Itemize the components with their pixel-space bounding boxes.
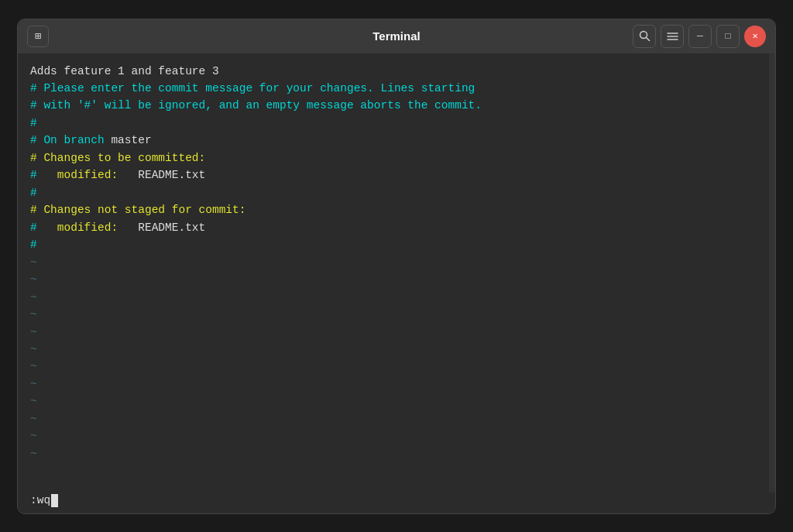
terminal-line: # Please enter the commit message for yo…	[30, 80, 763, 97]
terminal-content: Adds feature 1 and feature 3 # Please en…	[30, 63, 763, 483]
terminal-line-tilde: ~	[30, 445, 763, 462]
vim-command: :wq	[30, 494, 50, 506]
terminal-line-tilde: ~	[30, 410, 763, 427]
terminal-line: # Changes to be committed:	[30, 149, 763, 166]
add-tab-button[interactable]: ⊞	[27, 26, 49, 47]
titlebar-right: — □ ✕	[633, 25, 766, 48]
maximize-icon: □	[725, 31, 730, 42]
terminal-line-tilde: ~	[30, 358, 763, 375]
terminal-line: # modified: README.txt	[30, 219, 763, 236]
menu-button[interactable]	[661, 25, 684, 48]
terminal-line-tilde: ~	[30, 393, 763, 410]
terminal-line-tilde: ~	[30, 289, 763, 306]
menu-icon	[667, 32, 678, 41]
minimize-icon: —	[697, 30, 703, 42]
branch-name: master	[111, 134, 151, 146]
titlebar: ⊞ Terminal — □	[18, 19, 775, 53]
search-button[interactable]	[633, 25, 656, 48]
terminal-line: #	[30, 236, 763, 253]
terminal-line: #	[30, 184, 763, 201]
terminal-line: # modified: README.txt	[30, 166, 763, 184]
terminal-line: #	[30, 115, 763, 132]
cursor	[51, 494, 58, 507]
terminal-line: # Changes not staged for commit:	[30, 201, 763, 218]
terminal-line: # with '#' will be ignored, and an empty…	[30, 97, 763, 114]
vim-statusbar: :wq	[18, 493, 775, 513]
search-icon	[639, 30, 651, 42]
terminal-line-tilde: ~	[30, 324, 763, 341]
add-tab-icon: ⊞	[35, 29, 41, 43]
terminal-line-tilde: ~	[30, 376, 763, 393]
terminal-line-tilde: ~	[30, 271, 763, 288]
maximize-button[interactable]: □	[716, 25, 740, 48]
titlebar-left: ⊞	[27, 26, 49, 47]
scrollbar[interactable]	[769, 53, 775, 493]
terminal-line-tilde: ~	[30, 306, 763, 323]
terminal-line-tilde: ~	[30, 254, 763, 271]
terminal-window: ⊞ Terminal — □	[17, 19, 776, 514]
svg-line-1	[646, 38, 649, 41]
terminal-line-tilde: ~	[30, 427, 763, 444]
terminal-line-branch: # On branch master	[30, 132, 763, 149]
close-button[interactable]: ✕	[744, 26, 766, 47]
terminal-line: Adds feature 1 and feature 3	[30, 63, 763, 80]
terminal-line-tilde: ~	[30, 341, 763, 358]
terminal-body[interactable]: Adds feature 1 and feature 3 # Please en…	[18, 53, 775, 493]
minimize-button[interactable]: —	[688, 25, 712, 48]
close-icon: ✕	[752, 30, 757, 42]
window-title: Terminal	[372, 29, 420, 43]
